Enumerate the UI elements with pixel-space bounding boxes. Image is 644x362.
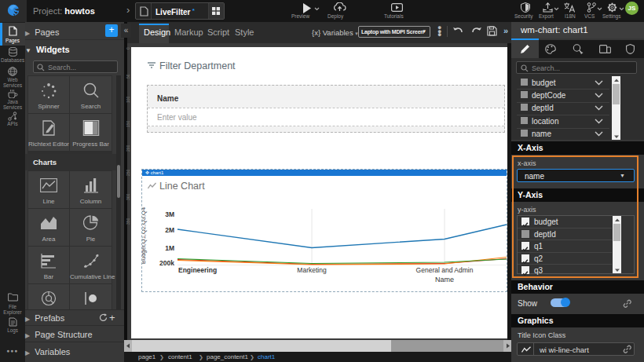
svg-text:Budget,Q1,Q2,Q3,Q4: Budget,Q1,Q2,Q3,Q4 [142, 207, 147, 264]
svg-text:General and Admin: General and Admin [416, 266, 474, 274]
svg-text:3M: 3M [165, 210, 174, 218]
svg-text:1M: 1M [165, 244, 174, 252]
svg-text:2M: 2M [165, 226, 174, 234]
svg-text:200k: 200k [159, 259, 174, 267]
svg-text:Marketing: Marketing [297, 266, 327, 274]
svg-text:Engineering: Engineering [178, 266, 217, 274]
svg-text:Name: Name [435, 276, 454, 283]
